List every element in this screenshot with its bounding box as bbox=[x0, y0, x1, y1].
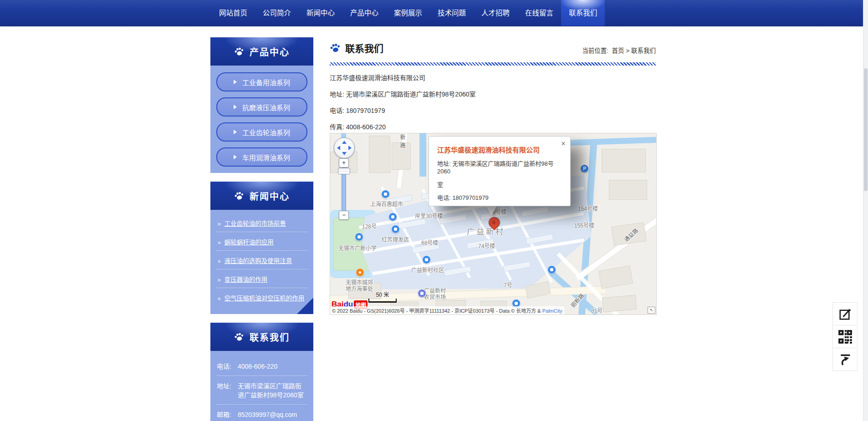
map-label: 81号 bbox=[591, 306, 602, 314]
contact-email-row: 邮箱: 852039997@qq.com bbox=[217, 405, 307, 421]
poi-barbershop-icon[interactable] bbox=[391, 225, 400, 233]
map-label: 154号楼 bbox=[578, 204, 598, 212]
news-section-header: 新闻中心 bbox=[210, 182, 313, 210]
back-to-top-icon bbox=[838, 353, 852, 366]
poi-community-icon[interactable] bbox=[422, 255, 431, 264]
product-category-button-1[interactable]: 工业备用油系列 bbox=[216, 72, 307, 91]
zoom-out-button[interactable]: − bbox=[339, 211, 349, 220]
back-to-top-button[interactable] bbox=[832, 348, 858, 371]
infowindow-close-icon[interactable]: × bbox=[561, 140, 566, 147]
corner-fold-decoration bbox=[297, 298, 313, 314]
phone-value: 4008-606-220 bbox=[238, 362, 307, 371]
infowindow-phone-line: 电话: 18079701979 bbox=[437, 194, 562, 202]
infowindow-pointer bbox=[486, 206, 497, 216]
page: 网站首页 公司简介 新闻中心 产品中心 案例展示 技术问题 人才招聘 在线留言 … bbox=[0, 0, 868, 421]
poi-transit-icon[interactable] bbox=[547, 265, 556, 274]
pan-up-icon[interactable] bbox=[342, 141, 347, 144]
poi-supermarket-icon[interactable] bbox=[381, 190, 390, 198]
poi-transit-icon[interactable] bbox=[388, 213, 397, 221]
feedback-button[interactable] bbox=[832, 302, 858, 325]
nav-item-cases[interactable]: 案例展示 bbox=[386, 0, 430, 26]
nav-item-news[interactable]: 新闻中心 bbox=[299, 0, 342, 26]
map-label: 无锡市广新小学 bbox=[338, 244, 377, 252]
news-link-5[interactable]: »空气压缩机油对空压机的作用 bbox=[216, 288, 308, 307]
news-link-4[interactable]: »变压器油的作用 bbox=[216, 269, 308, 288]
paw-icon bbox=[329, 41, 342, 54]
nav-item-home[interactable]: 网站首页 bbox=[211, 0, 255, 26]
double-arrow-icon: » bbox=[218, 295, 221, 302]
scrollbar-thumb[interactable] bbox=[864, 68, 868, 191]
nav-item-contact-active[interactable]: 联系我们 bbox=[561, 0, 605, 26]
infowindow-title: 江苏华盛极速润滑油科技有限公司 bbox=[437, 145, 562, 154]
address-label: 地址: bbox=[330, 91, 344, 98]
map-scale: 50 米 bbox=[368, 290, 397, 303]
double-arrow-icon: » bbox=[218, 221, 221, 227]
checker-divider bbox=[330, 62, 656, 66]
scrollbar-track[interactable] bbox=[863, 0, 868, 421]
breadcrumb-current[interactable]: 联系我们 bbox=[631, 47, 656, 54]
nav-item-products[interactable]: 产品中心 bbox=[342, 0, 386, 26]
breadcrumb-separator: > bbox=[626, 47, 629, 54]
product-category-button-4[interactable]: 车用润滑油系列 bbox=[216, 147, 307, 167]
map-label-road: 新路 bbox=[398, 134, 406, 151]
poi-market-icon[interactable] bbox=[418, 289, 426, 298]
palmcity-link[interactable]: PalmCity bbox=[542, 308, 562, 314]
northwest-arrow-icon[interactable]: ↖ bbox=[648, 307, 655, 314]
email-label: 邮箱: bbox=[217, 410, 238, 419]
zoom-in-button[interactable]: + bbox=[339, 158, 349, 167]
map-label: 岸里30号楼 bbox=[415, 212, 443, 219]
breadcrumb: 当前位置: 首页 > 联系我们 bbox=[582, 46, 656, 55]
pan-right-icon[interactable] bbox=[348, 146, 352, 150]
address-value: 无锡市梁溪区广瑞路街道广益新村98号2060室 bbox=[346, 91, 476, 98]
map-label: 128号 bbox=[362, 222, 377, 230]
double-arrow-icon: » bbox=[218, 258, 221, 264]
triangle-bullet-icon bbox=[234, 130, 237, 134]
contact-section-title: 联系我们 bbox=[250, 330, 290, 344]
triangle-bullet-icon bbox=[234, 155, 237, 159]
scale-bar bbox=[368, 299, 397, 303]
breadcrumb-home-link[interactable]: 首页 bbox=[612, 47, 624, 54]
baidu-map-canvas[interactable]: 新路 岸里30号楼 69号楼 广益新村 上海百惠超市 红芳理发店 128号 68… bbox=[330, 133, 657, 315]
product-category-button-3[interactable]: 工业齿轮油系列 bbox=[216, 122, 307, 142]
address-label: 地址: bbox=[217, 381, 238, 400]
pan-down-icon[interactable] bbox=[342, 152, 347, 155]
map-label: 155号楼 bbox=[574, 221, 594, 229]
email-value: 852039997@qq.com bbox=[238, 410, 307, 419]
product-category-label: 抗磨液压油系列 bbox=[242, 102, 290, 112]
map-label: 7号 bbox=[504, 281, 512, 289]
zoom-slider-handle[interactable] bbox=[338, 168, 350, 174]
top-nav-bar: 网站首页 公司简介 新闻中心 产品中心 案例展示 技术问题 人才招聘 在线留言 … bbox=[0, 0, 868, 26]
nav-item-message[interactable]: 在线留言 bbox=[517, 0, 561, 26]
company-address-line: 地址: 无锡市梁溪区广瑞路街道广益新村98号2060室 bbox=[330, 90, 656, 99]
paw-icon bbox=[233, 46, 245, 57]
main-content: 联系我们 当前位置: 首页 > 联系我们 江苏华盛极速润滑油科技有限公司 地址:… bbox=[330, 37, 656, 132]
product-list: 工业备用油系列 抗磨液压油系列 工业齿轮油系列 车用润滑油系列 bbox=[210, 66, 313, 173]
map-pan-control[interactable] bbox=[334, 137, 355, 158]
news-link-1[interactable]: »工业齿轮油的市场前景 bbox=[216, 213, 308, 232]
page-title-text: 联系我们 bbox=[345, 41, 383, 55]
qr-code-button[interactable] bbox=[832, 325, 858, 348]
pan-left-icon[interactable] bbox=[337, 146, 340, 150]
infowindow-address-line2: 室 bbox=[437, 181, 562, 188]
sidebar-news-section: 新闻中心 »工业齿轮油的市场前景 »蜗轮蜗杆油的应用 »液压油的选购及使用注意 … bbox=[210, 182, 313, 314]
phone-label: 电话: bbox=[330, 107, 344, 114]
sidebar-product-section: 产品中心 工业备用油系列 抗磨液压油系列 工业齿轮油系列 车用润滑油系列 bbox=[210, 37, 313, 173]
product-category-button-2[interactable]: 抗磨液压油系列 bbox=[216, 97, 307, 117]
news-list: »工业齿轮油的市场前景 »蜗轮蜗杆油的应用 »液压油的选购及使用注意 »变压器油… bbox=[210, 210, 313, 314]
product-category-label: 车用润滑油系列 bbox=[242, 152, 290, 162]
news-link-2[interactable]: »蜗轮蜗杆油的应用 bbox=[216, 232, 308, 251]
nav-item-jobs[interactable]: 人才招聘 bbox=[474, 0, 517, 26]
address-value: 无锡市梁溪区广瑞路街道广益新村98号2060室 bbox=[238, 381, 307, 400]
poi-parking-icon[interactable]: P bbox=[580, 164, 589, 173]
nav-item-about[interactable]: 公司简介 bbox=[255, 0, 299, 26]
phone-value: 18079701979 bbox=[346, 107, 385, 114]
paw-icon bbox=[233, 331, 245, 343]
map-label: 红芳理发店 bbox=[382, 235, 409, 243]
poi-school-icon[interactable] bbox=[355, 233, 363, 241]
poi-maritime-star-icon[interactable]: ★ bbox=[356, 268, 364, 277]
news-link-3[interactable]: »液压油的选购及使用注意 bbox=[216, 251, 308, 269]
double-arrow-icon: » bbox=[218, 239, 221, 246]
nav-item-tech[interactable]: 技术问题 bbox=[430, 0, 474, 26]
infowindow-address-line1: 地址: 无锡市梁溪区广瑞路街道广益新村98号2060 bbox=[437, 160, 562, 175]
news-section-title: 新闻中心 bbox=[250, 189, 290, 203]
